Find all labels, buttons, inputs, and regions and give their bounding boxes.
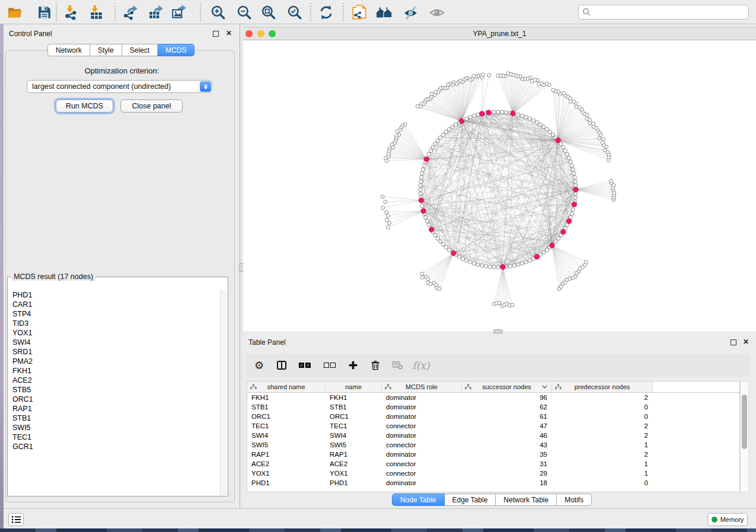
table-row[interactable]: PHD1PHD1dominator180 [247,478,739,488]
close-panel-button[interactable]: Close panel [120,100,183,113]
table-cell[interactable]: dominator [382,431,462,440]
tab-network-table[interactable]: Network Table [496,493,557,506]
table-cell[interactable]: YOX1 [326,469,382,478]
table-cell[interactable]: 0 [552,402,653,412]
deselect-all-icon[interactable] [318,357,342,374]
refresh-layout-icon[interactable] [318,4,334,21]
mcds-result-item[interactable]: STP4 [8,309,220,319]
table-cell[interactable]: connector [382,440,462,450]
table-row[interactable]: YOX1YOX1connector291 [247,469,739,478]
table-cell[interactable]: 0 [552,412,653,421]
table-cell[interactable]: ACE2 [326,459,382,469]
table-cell[interactable]: dominator [382,402,462,412]
table-cell[interactable]: 61 [462,412,552,421]
table-cell[interactable]: dominator [382,478,462,488]
split-columns-icon[interactable] [272,357,292,374]
zoom-fit-icon[interactable] [260,4,277,21]
memory-button[interactable]: Memory [707,513,748,526]
save-icon[interactable] [36,4,53,21]
mcds-result-item[interactable]: SWI4 [8,338,220,347]
export-image-icon[interactable] [171,4,187,21]
table-cell[interactable]: PHD1 [326,478,382,488]
table-cell[interactable]: 29 [462,469,552,478]
table-cell[interactable] [653,393,739,402]
mcds-result-item[interactable]: SRD1 [8,347,220,357]
table-cell[interactable]: ACE2 [247,459,326,469]
table-cell[interactable] [653,469,739,478]
mcds-result-item[interactable]: PHD1 [8,290,220,300]
table-cell[interactable]: connector [382,459,462,469]
table-row[interactable]: RAP1RAP1dominator352 [247,450,739,459]
float-panel-icon[interactable] [213,31,219,37]
table-cell[interactable]: SWI4 [326,431,382,440]
tab-network[interactable]: Network [47,44,90,56]
table-cell[interactable]: dominator [382,393,462,402]
table-cell[interactable]: 31 [462,459,552,469]
export-network-icon[interactable] [122,4,139,21]
table-cell[interactable]: STB1 [326,402,382,412]
table-cell[interactable]: YOX1 [247,469,326,478]
column-header-name[interactable]: name [326,382,382,392]
table-row[interactable]: ORC1ORC1dominator610 [247,412,739,421]
table-cell[interactable]: 18 [462,478,552,488]
table-cell[interactable] [653,402,739,412]
table-cell[interactable] [653,431,739,440]
table-row[interactable]: SWI5SWI5connector431 [247,440,739,450]
column-header-mcds-role[interactable]: MCDS role [382,382,462,392]
show-details-eye-icon[interactable] [429,4,445,21]
task-history-button[interactable] [8,513,24,526]
mcds-result-item[interactable]: PMA2 [8,357,220,366]
table-cell[interactable]: 47 [462,421,552,431]
function-fx-icon[interactable]: f(x) [408,357,434,374]
mcds-result-item[interactable]: STB1 [8,414,220,423]
tab-motifs[interactable]: Motifs [557,493,592,506]
trash-icon[interactable] [364,357,387,374]
table-cell[interactable]: RAP1 [247,450,326,459]
mcds-result-item[interactable]: FKH1 [8,366,220,376]
table-cell[interactable] [653,421,739,431]
table-cell[interactable] [653,459,739,469]
table-cell[interactable]: 35 [462,450,552,459]
table-cell[interactable]: RAP1 [326,450,382,459]
table-cell[interactable]: 2 [552,450,653,459]
tab-style[interactable]: Style [90,44,122,56]
table-row[interactable]: ACE2ACE2connector311 [247,459,739,469]
mcds-result-item[interactable]: CAR1 [8,300,220,309]
export-table-icon[interactable] [148,4,164,21]
table-cell[interactable]: ORC1 [247,412,326,421]
mcds-result-item[interactable]: TID3 [8,319,220,328]
open-folder-icon[interactable] [7,4,23,21]
mcds-list-scrollbar[interactable] [220,290,227,495]
table-cell[interactable]: SWI5 [326,440,382,450]
share-network-file-icon[interactable] [351,4,368,21]
table-cell[interactable]: TEC1 [247,421,326,431]
search-input[interactable] [578,5,749,20]
tab-edge-table[interactable]: Edge Table [445,493,496,506]
mcds-result-item[interactable]: STB5 [8,385,220,395]
mcds-result-item[interactable]: RAP1 [8,404,220,414]
criterion-dropdown[interactable]: largest connected component (undirected) [27,80,212,93]
table-cell[interactable]: 2 [552,431,653,440]
table-cell[interactable]: STB1 [247,402,326,412]
table-cell[interactable]: 1 [552,440,653,450]
column-header-shared-name[interactable]: shared name [247,382,326,392]
table-cell[interactable]: FKH1 [247,393,326,402]
table-cell[interactable] [653,450,739,459]
table-cell[interactable] [653,478,739,488]
mcds-result-item[interactable]: SWI5 [8,423,220,432]
mcds-result-item[interactable]: ORC1 [8,395,220,404]
column-header-predecessor-nodes[interactable]: predecessor nodes [552,382,653,392]
table-cell[interactable]: 62 [462,402,552,412]
add-column-icon[interactable] [342,357,364,374]
select-all-icon[interactable]: ✓ ✓ [292,357,318,374]
zoom-in-icon[interactable] [210,4,227,21]
import-table-icon[interactable] [88,4,104,21]
table-cell[interactable]: connector [382,421,462,431]
table-cell[interactable]: 1 [552,469,653,478]
table-scrollbar[interactable] [740,381,749,492]
table-cell[interactable]: 1 [552,459,653,469]
table-row[interactable]: SWI4SWI4dominator462 [247,431,739,440]
tab-node-table[interactable]: Node Table [392,493,445,506]
table-row[interactable]: FKH1FKH1dominator962 [247,393,739,402]
import-network-icon[interactable] [63,4,79,21]
